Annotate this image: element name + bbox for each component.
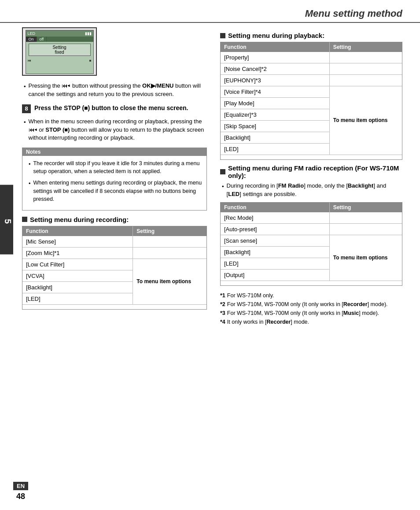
- playback-table: Function Setting [Property][Noise Cancel…: [221, 42, 402, 155]
- device-led-label: LED: [28, 31, 36, 36]
- fn-cell: [Output]: [221, 269, 329, 281]
- footnote-item: *1For WS-710M only.: [220, 291, 402, 300]
- playback-setting-header: Setting: [329, 42, 402, 52]
- device-bottom-row: ⏮ ■: [26, 58, 93, 63]
- chapter-title: Menu setting method: [13, 191, 18, 248]
- step8-text: Press the STOP (■) button to close the m…: [34, 104, 188, 112]
- section-sq-icon: [22, 217, 27, 222]
- note1-text: The recorder will stop if you leave it i…: [33, 159, 202, 175]
- footnotes: *1For WS-710M only.*2For WS-710M, WS-700…: [220, 291, 402, 326]
- bullet1-section: • Pressing the ⏮◀ button without pressin…: [22, 82, 207, 99]
- bullet1-item: • Pressing the ⏮◀ button without pressin…: [22, 82, 207, 99]
- recording-table: Function Setting [Mic Sense][Zoom Mic]*1…: [22, 226, 206, 305]
- step8-bullet-text: When in the menu screen during recording…: [29, 118, 207, 143]
- table-row: [EUPHONY]*3: [221, 75, 402, 86]
- fn-cell: [Rec Mode]: [221, 212, 329, 224]
- footnote-star: *3: [220, 309, 225, 318]
- bullet-dot2: •: [24, 118, 26, 143]
- fn-cell: [Backlight]: [22, 281, 133, 293]
- fm-note-dot: •: [222, 183, 224, 199]
- notes-content: • The recorder will stop if you leave it…: [22, 156, 206, 210]
- recording-table-header-row: Function Setting: [22, 226, 206, 236]
- setting-cell: To menu item options: [329, 235, 402, 281]
- fm-fn-header: Function: [221, 203, 329, 212]
- bullet1-text: Pressing the ⏮◀ button without pressing …: [29, 82, 207, 99]
- recording-setting-header: Setting: [133, 226, 206, 236]
- fn-cell: [Voice Filter]*4: [221, 86, 329, 98]
- fm-note-bullet: • During recording in [FM Radio] mode, o…: [220, 182, 402, 199]
- footnote-text: For WS-710M, WS-700M only (It only works…: [227, 309, 379, 318]
- step8-number: 8: [22, 104, 31, 113]
- footnote-text: For WS-710M only.: [227, 291, 274, 300]
- footnote-item: *3For WS-710M, WS-700M only (It only wor…: [220, 309, 402, 318]
- fn-cell: [Backlight]: [221, 246, 329, 258]
- fn-cell: [LED]: [221, 144, 329, 155]
- table-row: [Mic Sense]: [22, 236, 206, 248]
- fn-cell: [Low Cut Filter]: [22, 259, 133, 270]
- footer-page: 48: [16, 492, 25, 501]
- footnote-star: *1: [220, 291, 225, 300]
- step8-bullet-item: • When in the menu screen during recordi…: [22, 118, 207, 143]
- note-dot2: •: [29, 180, 30, 203]
- note2-text: When entering menu settings during recor…: [33, 179, 202, 203]
- fn-cell: [Property]: [221, 52, 329, 63]
- fm-section-heading: Setting menu during FM radio reception (…: [220, 164, 402, 179]
- chapter-tab: 5 Menu setting method: [0, 185, 13, 255]
- step8-box: 8 Press the STOP (■) button to close the…: [22, 104, 207, 113]
- footer-lang: EN: [13, 482, 28, 490]
- fm-note-text: During recording in [FM Radio] mode, onl…: [227, 182, 402, 199]
- device-setting-label: Setting: [32, 45, 88, 50]
- fn-cell: [EUPHONY]*3: [221, 75, 329, 86]
- fm-setting-header: Setting: [329, 203, 402, 212]
- page-title: Menu setting method: [18, 8, 402, 19]
- bullet-dot: •: [24, 83, 26, 99]
- device-off-label: off: [37, 37, 47, 42]
- playback-table-header-row: Function Setting: [221, 42, 402, 52]
- note1: • The recorder will stop if you leave it…: [27, 159, 202, 175]
- section-sq-icon3: [220, 169, 225, 174]
- table-row: [Auto-preset]: [221, 223, 402, 235]
- table-row: [Voice Filter]*4To menu item options: [221, 86, 402, 98]
- footnote-item: *2For WS-710M, WS-700M only (It only wor…: [220, 300, 402, 309]
- recording-table-body: [Mic Sense][Zoom Mic]*1[Low Cut Filter]T…: [22, 236, 206, 305]
- device-on-label: On: [26, 37, 37, 42]
- fn-cell: [Skip Space]: [221, 121, 329, 132]
- recording-table-head: Function Setting: [22, 226, 206, 236]
- notes-box: Notes • The recorder will stop if you le…: [22, 148, 207, 211]
- playback-section-heading: Setting menu during playback:: [220, 32, 402, 39]
- table-row: [Scan sense]To menu item options: [221, 235, 402, 246]
- playback-table-body: [Property][Noise Cancel]*2[EUPHONY]*3[Vo…: [221, 52, 402, 155]
- fm-heading-text: Setting menu during FM radio reception (…: [228, 164, 402, 179]
- fm-table-body: [Rec Mode][Auto-preset][Scan sense]To me…: [221, 212, 402, 281]
- fn-cell: [Play Mode]: [221, 98, 329, 109]
- playback-heading-text: Setting menu during playback:: [228, 32, 324, 39]
- fn-cell: [Backlight]: [221, 132, 329, 144]
- table-row: [Low Cut Filter]To menu item options: [22, 259, 206, 270]
- page-header: Menu setting method: [0, 0, 420, 23]
- fm-table-header-row: Function Setting: [221, 203, 402, 212]
- fn-cell: [Zoom Mic]*1: [22, 247, 133, 259]
- fn-cell: [VCVA]: [22, 270, 133, 281]
- playback-table-head: Function Setting: [221, 42, 402, 52]
- device-fixed-label: fixed: [32, 50, 88, 55]
- fn-cell: [Scan sense]: [221, 235, 329, 246]
- left-column: LED ▮▮▮ On off Setting fixed ⏮ ■: [22, 27, 207, 326]
- playback-fn-header: Function: [221, 42, 329, 52]
- device-screen: LED ▮▮▮ On off Setting fixed ⏮ ■: [26, 30, 94, 74]
- recording-heading-text: Setting menu during recording:: [30, 216, 129, 223]
- table-row: [Noise Cancel]*2: [221, 63, 402, 75]
- section-sq-icon2: [220, 33, 225, 38]
- device-bottom-left: ⏮: [28, 59, 31, 63]
- table-row: [Rec Mode]: [221, 212, 402, 224]
- fn-cell: [Auto-preset]: [221, 223, 329, 235]
- recording-table-outer: Function Setting [Mic Sense][Zoom Mic]*1…: [22, 226, 207, 310]
- footnote-star: *2: [220, 300, 225, 309]
- table-row: [Zoom Mic]*1: [22, 247, 206, 259]
- main-content: LED ▮▮▮ On off Setting fixed ⏮ ■: [0, 23, 420, 335]
- table-row: [Property]: [221, 52, 402, 63]
- setting-cell: To menu item options: [133, 259, 206, 304]
- fn-cell: [Noise Cancel]*2: [221, 63, 329, 75]
- device-battery: ▮▮▮: [85, 31, 92, 36]
- fn-cell: [Mic Sense]: [22, 236, 133, 248]
- device-menu-row: On off: [26, 37, 93, 42]
